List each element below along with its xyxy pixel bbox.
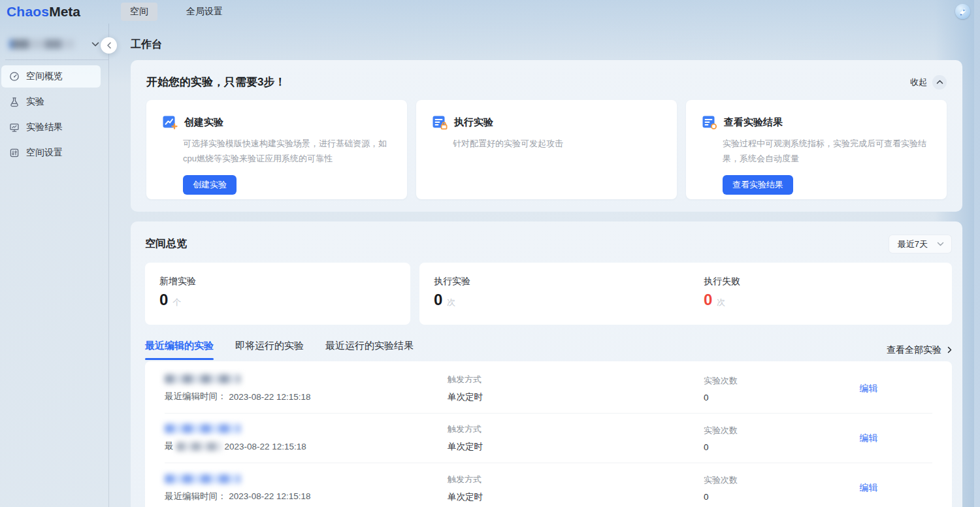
flask-icon xyxy=(9,97,20,107)
main-content: 工作台 开始您的实验，只需要3步！ 收起 xyxy=(109,24,980,507)
guide-panel: 开始您的实验，只需要3步！ 收起 xyxy=(131,60,962,212)
stat-value: 0 xyxy=(159,291,168,309)
experiment-list-tabs: 最近编辑的实验 即将运行的实验 最近运行的实验结果 xyxy=(145,340,414,360)
sidebar-item-space-settings[interactable]: 空间设置 xyxy=(1,142,101,164)
experiment-name-redacted[interactable] xyxy=(165,374,240,384)
trigger-value: 单次定时 xyxy=(448,391,704,403)
stat-value: 0 xyxy=(434,291,442,309)
count-value: 0 xyxy=(704,492,805,502)
sidebar-divider xyxy=(5,59,108,60)
sidebar-collapse-button[interactable] xyxy=(101,37,117,54)
experiment-name-cell: 最近编辑时间： 2023-08-22 12:15:18 xyxy=(165,474,448,502)
step-description: 针对配置好的实验可发起攻击 xyxy=(453,137,661,152)
count-cell: 实验次数 0 xyxy=(704,474,805,502)
experiment-name-redacted[interactable] xyxy=(165,474,240,483)
space-overview-panel: 空间总览 最近7天 新增实验 0 个 xyxy=(131,221,962,507)
step-title: 查看实验结果 xyxy=(724,116,783,129)
create-experiment-icon xyxy=(162,114,178,130)
chevron-down-icon xyxy=(91,42,99,47)
topnav-tab-space[interactable]: 空间 xyxy=(121,3,157,21)
chevron-down-icon xyxy=(937,242,944,246)
guide-collapse-label: 收起 xyxy=(910,76,927,88)
edit-time-value: 2023-08-22 12:15:18 xyxy=(229,491,310,501)
sidebar-item-label: 空间概览 xyxy=(26,71,63,82)
stat-unit: 次 xyxy=(717,297,725,308)
step-title: 执行实验 xyxy=(454,116,493,129)
page-title: 工作台 xyxy=(131,38,962,52)
brand-name-secondary: Meta xyxy=(49,4,80,20)
date-range-value: 最近7天 xyxy=(898,238,928,250)
trigger-value: 单次定时 xyxy=(448,491,704,503)
tab-recently-edited[interactable]: 最近编辑的实验 xyxy=(145,340,214,360)
step-description: 实验过程中可观测系统指标，实验完成后可查看实验结果，系统会自动度量 xyxy=(723,137,931,167)
step-card-create-experiment: 创建实验 可选择实验模版快速构建实验场景，进行基础资源，如cpu燃烧等实验来验证… xyxy=(146,100,407,199)
guide-title: 开始您的实验，只需要3步！ xyxy=(146,74,286,90)
table-row: 最近编辑时间： 2023-08-22 12:15:18 触发方式 单次定时 实验… xyxy=(165,463,932,507)
sidebar: 空间概览 实验 实验结果 xyxy=(0,24,109,507)
stat-unit: 次 xyxy=(447,297,455,308)
edit-time-label: 最近编辑时间： xyxy=(165,491,227,502)
top-bar: Chaos Meta 空间 全局设置 xyxy=(0,0,980,24)
count-cell: 实验次数 0 xyxy=(704,425,805,452)
trigger-cell: 触发方式 单次定时 xyxy=(448,374,704,403)
trigger-value: 单次定时 xyxy=(448,441,704,453)
edit-time-label-redacted xyxy=(176,442,222,451)
guide-collapse-button[interactable]: 收起 xyxy=(910,75,947,90)
edit-link[interactable]: 编辑 xyxy=(860,383,878,395)
date-range-select[interactable]: 最近7天 xyxy=(889,235,952,254)
stat-label: 执行失败 xyxy=(704,276,938,287)
stat-value-failed: 0 xyxy=(704,291,712,309)
chevron-up-icon xyxy=(932,75,947,90)
trigger-label: 触发方式 xyxy=(448,423,704,435)
sidebar-item-experiments[interactable]: 实验 xyxy=(1,91,101,113)
topnav-tab-global-settings[interactable]: 全局设置 xyxy=(177,3,232,21)
view-results-button[interactable]: 查看实验结果 xyxy=(723,175,793,195)
overview-title: 空间总览 xyxy=(145,237,187,251)
view-all-experiments-link[interactable]: 查看全部实验 xyxy=(887,344,952,356)
edit-link[interactable]: 编辑 xyxy=(860,433,878,444)
stat-card-new-experiments: 新增实验 0 个 xyxy=(145,263,410,325)
run-experiment-icon xyxy=(432,114,448,130)
trigger-cell: 触发方式 单次定时 xyxy=(448,474,704,503)
user-avatar[interactable] xyxy=(955,4,970,19)
app-window: Chaos Meta 空间 全局设置 xyxy=(0,0,980,507)
settings-sliders-icon xyxy=(9,148,20,158)
page-scrollbar[interactable] xyxy=(974,0,980,507)
tab-recent-run-results[interactable]: 最近运行的实验结果 xyxy=(325,340,414,360)
sidebar-item-label: 实验 xyxy=(26,96,44,108)
count-label: 实验次数 xyxy=(704,474,805,486)
chevron-right-icon xyxy=(947,346,952,353)
trigger-label: 触发方式 xyxy=(448,374,704,385)
count-label: 实验次数 xyxy=(704,425,805,436)
workspace-selector[interactable] xyxy=(9,39,99,49)
chevron-left-icon xyxy=(106,42,112,49)
tab-upcoming-runs[interactable]: 即将运行的实验 xyxy=(235,340,304,360)
step-description: 可选择实验模版快速构建实验场景，进行基础资源，如cpu燃烧等实验来验证应用系统的… xyxy=(183,137,391,167)
stat-label: 执行实验 xyxy=(434,276,704,287)
experiment-name-cell: 最 2023-08-22 12:15:18 xyxy=(165,424,448,452)
step-title: 创建实验 xyxy=(184,116,223,129)
sidebar-item-label: 实验结果 xyxy=(26,122,63,133)
brand-logo[interactable]: Chaos Meta xyxy=(0,4,109,20)
edit-time-label: 最 xyxy=(165,440,174,452)
count-value: 0 xyxy=(704,393,805,402)
experiment-name-redacted[interactable] xyxy=(165,424,240,433)
create-experiment-button[interactable]: 创建实验 xyxy=(183,175,237,195)
stat-unit: 个 xyxy=(172,297,181,308)
stat-executed: 执行实验 0 次 xyxy=(434,276,704,312)
count-value: 0 xyxy=(704,442,805,452)
step-card-view-results: 查看实验结果 实验过程中可观测系统指标，实验完成后可查看实验结果，系统会自动度量… xyxy=(686,100,947,199)
view-all-label: 查看全部实验 xyxy=(887,344,941,356)
brand-name-primary: Chaos xyxy=(7,4,49,20)
sidebar-item-experiment-results[interactable]: 实验结果 xyxy=(1,116,101,139)
sidebar-item-label: 空间设置 xyxy=(26,147,63,159)
edit-link[interactable]: 编辑 xyxy=(860,482,878,494)
sidebar-item-space-overview[interactable]: 空间概览 xyxy=(1,65,101,88)
count-cell: 实验次数 0 xyxy=(704,375,805,402)
stat-failed: 执行失败 0 次 xyxy=(704,276,938,312)
trigger-label: 触发方式 xyxy=(448,474,704,485)
stat-label: 新增实验 xyxy=(159,276,396,287)
experiment-table: 最近编辑时间： 2023-08-22 12:15:18 触发方式 单次定时 实验… xyxy=(145,361,952,507)
edit-time-value: 2023-08-22 12:15:18 xyxy=(225,442,306,451)
dashboard-icon xyxy=(9,71,20,82)
